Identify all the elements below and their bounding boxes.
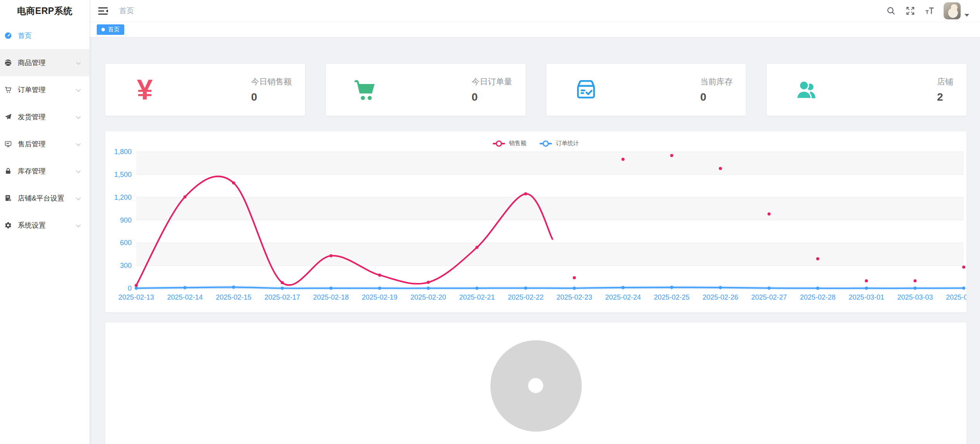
pie-chart-placeholder (490, 339, 583, 432)
legend-item-orders[interactable]: 订单统计 (540, 140, 579, 147)
sidebar-item-shipping[interactable]: 发货管理 (0, 103, 89, 130)
user-menu[interactable] (944, 2, 969, 19)
tab-home[interactable]: 首页 (97, 24, 124, 35)
svg-text:2025-02-17: 2025-02-17 (264, 293, 300, 301)
stat-label: 今日销售额 (251, 76, 292, 87)
fullscreen-icon[interactable] (906, 6, 915, 15)
pie-chart-card (105, 322, 966, 444)
chevron-down-icon (76, 59, 81, 67)
stat-label: 当前库存 (700, 76, 733, 87)
pie-donut-hole (528, 378, 543, 393)
tabbar: 首页 (90, 22, 980, 38)
globe-icon (4, 58, 12, 67)
dashboard-icon (4, 31, 12, 40)
svg-text:2025-02-28: 2025-02-28 (800, 293, 836, 301)
font-size-icon[interactable] (925, 6, 934, 15)
stat-label: 今日订单量 (472, 76, 512, 87)
breadcrumb: 首页 (119, 6, 134, 16)
chevron-down-icon (76, 221, 81, 230)
svg-text:2025-03-03: 2025-03-03 (897, 293, 933, 301)
svg-text:2025-02-13: 2025-02-13 (118, 293, 154, 301)
legend-label: 销售额 (509, 140, 526, 147)
stat-card-shops[interactable]: 店铺 2 (767, 64, 966, 116)
sidebar-item-label: 首页 (18, 31, 89, 40)
svg-text:2025-02-20: 2025-02-20 (411, 293, 446, 301)
stat-card-sales[interactable]: ¥ 今日销售额 0 (105, 64, 305, 116)
sidebar-item-settings[interactable]: 系统设置 (0, 212, 89, 239)
legend-label: 订单统计 (556, 140, 579, 147)
cart-icon (4, 86, 12, 94)
svg-text:2025-02-23: 2025-02-23 (557, 293, 592, 301)
ledger-gear-icon (4, 194, 12, 202)
stat-value: 0 (700, 91, 733, 103)
sales-orders-chart-card: 销售额 订单统计 03006009001,2001,5001,8002025-0… (105, 131, 966, 312)
yen-icon: ¥ (129, 73, 160, 106)
lock-icon (4, 167, 12, 175)
sidebar-item-orders[interactable]: 订单管理 (0, 76, 89, 103)
collapse-menu-icon[interactable] (98, 6, 108, 16)
sidebar-nav: 首页 商品管理 (0, 22, 89, 239)
stat-value: 0 (251, 91, 292, 103)
chevron-down-icon (76, 113, 81, 121)
chevron-down-icon (76, 140, 81, 148)
svg-text:2025-02-15: 2025-02-15 (216, 293, 251, 301)
svg-text:0: 0 (128, 285, 132, 292)
chevron-down-icon (76, 86, 81, 94)
sidebar-item-inventory[interactable]: 库存管理 (0, 158, 89, 185)
gear-icon (4, 221, 12, 230)
stat-card-orders[interactable]: 今日订单量 0 (326, 64, 526, 116)
svg-text:600: 600 (120, 239, 132, 247)
svg-text:2025-02-26: 2025-02-26 (702, 293, 738, 301)
svg-text:2025-02-24: 2025-02-24 (605, 293, 641, 301)
sidebar: 电商ERP系统 首页 商品管理 (0, 0, 90, 444)
search-icon[interactable] (886, 6, 896, 15)
svg-text:2025-02-27: 2025-02-27 (751, 293, 787, 301)
stat-card-stock[interactable]: 当前库存 0 (547, 64, 746, 116)
caret-down-icon (965, 14, 969, 17)
stat-cards-row: ¥ 今日销售额 0 今日订单量 0 (105, 64, 966, 116)
svg-text:900: 900 (120, 216, 132, 224)
active-dot-icon (101, 28, 105, 31)
sidebar-item-home[interactable]: 首页 (0, 22, 89, 49)
chart-legend: 销售额 订单统计 (105, 140, 966, 147)
chevron-down-icon (76, 194, 81, 202)
sidebar-item-aftersale[interactable]: 售后管理 (0, 130, 89, 158)
legend-item-sales[interactable]: 销售额 (493, 140, 526, 147)
send-icon (4, 113, 12, 121)
svg-text:2025-02-18: 2025-02-18 (313, 293, 349, 301)
svg-text:300: 300 (120, 262, 132, 269)
sales-orders-chart: 03006009001,2001,5001,8002025-02-132025-… (105, 131, 966, 312)
sidebar-item-products[interactable]: 商品管理 (0, 49, 89, 76)
cart-icon (350, 73, 381, 106)
svg-text:2025-02-14: 2025-02-14 (167, 293, 203, 301)
stat-value: 0 (472, 91, 512, 103)
tab-label: 首页 (108, 26, 120, 33)
topbar: 首页 (90, 0, 980, 22)
stat-label: 店铺 (937, 76, 953, 87)
svg-text:1,500: 1,500 (114, 171, 132, 178)
svg-text:2025-02-19: 2025-02-19 (362, 293, 397, 301)
svg-text:1,200: 1,200 (114, 194, 132, 201)
box-check-icon (571, 73, 601, 106)
svg-text:2025-02-21: 2025-02-21 (459, 293, 495, 301)
app-title: 电商ERP系统 (0, 0, 89, 22)
legend-marker-icon (540, 143, 552, 144)
sidebar-item-shop-platform[interactable]: 店铺&平台设置 (0, 185, 89, 212)
topbar-actions (876, 2, 969, 19)
svg-text:2025-02-22: 2025-02-22 (508, 293, 543, 301)
legend-marker-icon (493, 143, 505, 144)
users-icon (791, 73, 822, 106)
dashboard-content: ¥ 今日销售额 0 今日订单量 0 (90, 38, 980, 444)
main-area: 首页 (90, 0, 980, 444)
svg-text:2025-03-01: 2025-03-01 (848, 293, 884, 301)
svg-text:1,800: 1,800 (114, 148, 132, 156)
chevron-down-icon (76, 167, 81, 175)
monitor-icon (4, 140, 12, 148)
svg-text:2025-03-04: 2025-03-04 (946, 293, 966, 301)
stat-value: 2 (937, 91, 953, 103)
svg-text:2025-02-25: 2025-02-25 (654, 293, 689, 301)
avatar[interactable] (944, 2, 961, 19)
